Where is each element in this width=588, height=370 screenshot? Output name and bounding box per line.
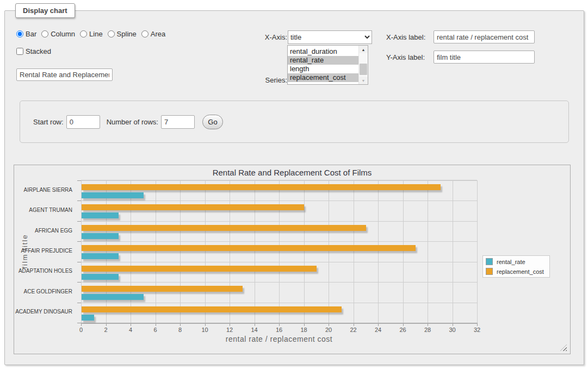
x-tick-label: 0 <box>71 327 91 333</box>
legend-label-rental_rate: rental_rate <box>497 259 525 265</box>
gridline-vertical <box>453 180 453 323</box>
series-option-length[interactable]: length <box>288 65 358 73</box>
gridline-vertical <box>205 180 206 323</box>
x-tick-label: 2 <box>96 327 116 333</box>
series-listbox[interactable]: rental_durationrental_ratelengthreplacem… <box>287 45 368 85</box>
series-option-rental_duration[interactable]: rental_duration <box>288 47 358 56</box>
x-tick-label: 6 <box>146 327 165 333</box>
category-label: AFFAIR PREJUDICE <box>14 248 72 254</box>
category-label: AGENT TRUMAN <box>14 207 72 213</box>
gridline-vertical <box>403 180 404 323</box>
radio-column[interactable] <box>41 30 48 37</box>
gridline-vertical <box>329 180 329 323</box>
x-tick-label: 18 <box>294 327 314 333</box>
page: { "panel": { "legend": "Display chart", … <box>0 0 588 370</box>
radio-area-label: Area <box>151 30 165 38</box>
radio-option-line[interactable]: Line <box>80 30 103 38</box>
y-tick-mark <box>77 241 81 242</box>
y-tick-mark <box>77 221 81 222</box>
category-labels: AIRPLANE SIERRAAGENT TRUMANAFRICAN EGGAF… <box>14 180 77 322</box>
gridline-vertical <box>279 180 280 323</box>
panel-title: Display chart <box>15 3 75 18</box>
go-button[interactable]: Go <box>202 115 223 129</box>
legend-swatch-rental_rate <box>486 258 493 265</box>
radio-line[interactable] <box>80 30 87 37</box>
scroll-down-icon[interactable]: ▼ <box>359 77 368 84</box>
radio-bar-label: Bar <box>26 30 36 38</box>
xaxis-title: rental rate / replacement cost <box>81 335 477 343</box>
gridline-vertical <box>378 180 379 323</box>
x-tick-label: 30 <box>443 327 462 333</box>
chart-title: Rental Rate and Replacement Cost of Film… <box>14 168 570 177</box>
gridline-vertical <box>230 180 230 323</box>
x-tick-label: 20 <box>319 327 338 333</box>
x-tick-label: 12 <box>220 327 239 333</box>
bar-replacement_cost <box>82 306 342 312</box>
x-tick-label: 22 <box>344 327 363 333</box>
xaxis-label-field-label: X-Axis label: <box>386 33 430 41</box>
x-axis-line <box>81 323 478 324</box>
scrollbar-thumb[interactable] <box>360 64 367 75</box>
y-tick-mark <box>77 323 81 323</box>
y-tick-mark <box>77 303 81 303</box>
gridline-horizontal <box>81 262 477 262</box>
gridline-vertical <box>81 180 82 323</box>
series-scrollbar[interactable]: ▲ ▼ <box>358 46 368 84</box>
gridline-vertical <box>354 180 354 323</box>
bar-replacement_cost <box>82 204 304 210</box>
rows-panel: Start row: Number of rows: Go <box>20 101 569 143</box>
radio-option-bar[interactable]: Bar <box>16 30 36 38</box>
gridline-vertical <box>106 180 107 323</box>
category-label: ACE GOLDFINGER <box>14 289 72 294</box>
yaxis-label-field-label: Y-Axis label: <box>386 53 430 61</box>
x-tick-label: 24 <box>368 327 388 333</box>
radio-spline[interactable] <box>108 30 115 37</box>
x-tick-label: 16 <box>269 327 289 333</box>
radio-option-column[interactable]: Column <box>41 30 75 38</box>
gridline-vertical <box>255 180 255 323</box>
category-label: ACADEMY DINOSAUR <box>14 309 72 315</box>
bar-rental_rate <box>82 274 119 280</box>
start-row-label: Start row: <box>33 118 64 126</box>
bar-replacement_cost <box>82 184 441 190</box>
stacked-checkbox[interactable] <box>16 48 23 55</box>
gridline-vertical <box>156 180 156 323</box>
bar-replacement_cost <box>82 225 366 231</box>
yaxis-label-input[interactable] <box>434 51 535 64</box>
gridline-vertical <box>477 180 478 323</box>
gridline-vertical <box>131 180 131 323</box>
x-tick-label: 26 <box>393 327 413 333</box>
y-tick-mark <box>77 200 81 201</box>
gridline-horizontal <box>81 200 477 201</box>
start-row-input[interactable] <box>66 115 100 129</box>
x-tick-label: 28 <box>418 327 437 333</box>
x-tick-label: 32 <box>467 327 487 333</box>
stacked-checkbox-row[interactable]: Stacked <box>16 47 51 55</box>
y-tick-mark <box>77 180 81 181</box>
gridline-horizontal <box>81 180 477 181</box>
y-tick-mark <box>77 282 81 283</box>
radio-bar[interactable] <box>16 30 23 37</box>
gridline-horizontal <box>81 241 477 242</box>
radio-option-spline[interactable]: Spline <box>108 30 137 38</box>
bar-rental_rate <box>82 233 119 239</box>
series-options: rental_durationrental_ratelengthreplacem… <box>288 46 358 84</box>
stacked-label: Stacked <box>26 47 51 55</box>
gridline-horizontal <box>81 282 477 283</box>
resize-handle-icon[interactable] <box>560 344 567 351</box>
category-label: AIRPLANE SIERRA <box>14 187 72 193</box>
scroll-up-icon[interactable]: ▲ <box>359 46 368 53</box>
x-tick-label: 8 <box>170 327 190 333</box>
bar-replacement_cost <box>82 286 243 292</box>
series-option-rental_rate[interactable]: rental_rate <box>288 56 358 65</box>
radio-area[interactable] <box>141 30 148 37</box>
num-rows-input[interactable] <box>161 115 195 129</box>
radio-option-area[interactable]: Area <box>141 30 165 38</box>
category-label: ADAPTATION HOLES <box>14 268 72 274</box>
xaxis-select[interactable]: title <box>288 30 372 44</box>
chart-title-input[interactable] <box>16 68 113 81</box>
xaxis-label-input[interactable] <box>434 30 535 43</box>
series-option-replacement_cost[interactable]: replacement_cost <box>288 73 358 82</box>
legend-label-replacement_cost: replacement_cost <box>497 268 544 275</box>
num-rows-label: Number of rows: <box>107 118 158 126</box>
